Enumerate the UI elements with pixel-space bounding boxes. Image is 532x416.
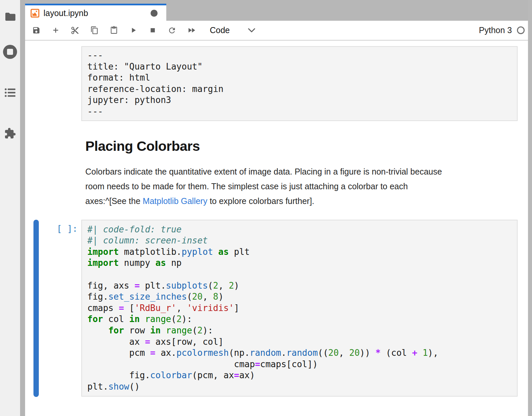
code-line — [87, 269, 517, 280]
kernel-switcher[interactable]: Python 3 — [479, 25, 525, 35]
code-cell: [ ]: #| code-fold: true#| column: screen… — [25, 220, 532, 397]
copy-cells-button[interactable] — [85, 23, 104, 38]
code-line: for row in range(2): — [87, 325, 517, 336]
extensions-icon[interactable] — [0, 123, 20, 143]
paste-cells-button[interactable] — [104, 23, 123, 38]
sidebar-divider — [20, 0, 25, 416]
raw-cell-yaml-frontmatter[interactable]: --- title: "Quarto Layout" format: html … — [81, 46, 518, 121]
save-button[interactable] — [26, 23, 46, 38]
code-line: #| column: screen-inset — [87, 235, 517, 246]
code-line: ax = axs[row, col] — [87, 336, 517, 348]
paragraph-line: room needs to be made for them. The simp… — [85, 179, 532, 194]
left-activity-bar — [0, 0, 20, 416]
insert-cell-button[interactable] — [46, 23, 65, 38]
code-line: #| code-fold: true — [87, 224, 517, 235]
cut-cells-button[interactable] — [65, 23, 85, 38]
notebook-icon — [30, 9, 39, 18]
raw-cell-text: --- title: "Quarto Layout" format: html … — [87, 50, 517, 117]
tab-bar: layout.ipynb — [25, 0, 532, 21]
restart-kernel-button[interactable] — [162, 23, 182, 38]
paragraph-text: axes:^[See the — [85, 196, 143, 206]
jupyterlab-window: layout.ipynb — [0, 0, 532, 416]
tab-layout-ipynb[interactable]: layout.ipynb — [25, 4, 166, 21]
markdown-heading: Placing Colorbars — [85, 138, 532, 154]
code-line: fig.set_size_inches(20, 8) — [87, 291, 517, 303]
paragraph-text: to explore colorbars further]. — [207, 196, 315, 206]
interrupt-kernel-button[interactable] — [143, 23, 162, 38]
code-line: pcm = ax.pcolormesh(np.random.random((20… — [87, 347, 517, 359]
unsaved-changes-dot[interactable] — [151, 10, 158, 17]
kernel-name: Python 3 — [479, 25, 512, 35]
matplotlib-gallery-link[interactable]: Matplotlib Gallery — [143, 196, 207, 206]
chevron-down-icon — [248, 28, 255, 33]
right-edge-gutter — [528, 0, 532, 416]
cell-type-dropdown[interactable]: Code — [201, 25, 255, 35]
code-line: fig, axs = plt.subplots(2, 2) — [87, 280, 517, 292]
file-browser-icon[interactable] — [0, 7, 20, 27]
cell-type-value: Code — [210, 25, 230, 35]
run-cell-button[interactable] — [123, 23, 143, 38]
paragraph-line: Colorbars indicate the quantitative exte… — [85, 164, 532, 179]
code-line: cmap=cmaps[col]) — [87, 359, 517, 370]
code-line: for col in range(2): — [87, 314, 517, 325]
paragraph-line: axes:^[See the Matplotlib Gallery to exp… — [85, 194, 532, 208]
execution-prompt: [ ]: — [25, 224, 78, 234]
table-of-contents-icon[interactable] — [0, 83, 20, 103]
tab-title: layout.ipynb — [43, 8, 88, 18]
code-line: cmaps = ['RdBu_r', 'viridis'] — [87, 303, 517, 314]
code-line: plt.show() — [87, 381, 517, 393]
cell-collapser-bar[interactable] — [33, 220, 39, 397]
notebook-toolbar: Code Python 3 — [25, 21, 532, 41]
code-editor[interactable]: #| code-fold: true#| column: screen-inse… — [81, 220, 518, 397]
notebook-content: --- title: "Quarto Layout" format: html … — [25, 41, 532, 416]
run-all-cells-button[interactable] — [182, 23, 201, 38]
main-panel: layout.ipynb — [25, 0, 532, 416]
running-kernels-icon[interactable] — [0, 42, 20, 62]
markdown-paragraph: Colorbars indicate the quantitative exte… — [85, 164, 532, 208]
code-line: fig.colorbar(pcm, ax=ax) — [87, 370, 517, 381]
code-line: import numpy as np — [87, 257, 517, 269]
code-line: import matplotlib.pyplot as plt — [87, 246, 517, 258]
kernel-status-icon — [517, 26, 525, 34]
